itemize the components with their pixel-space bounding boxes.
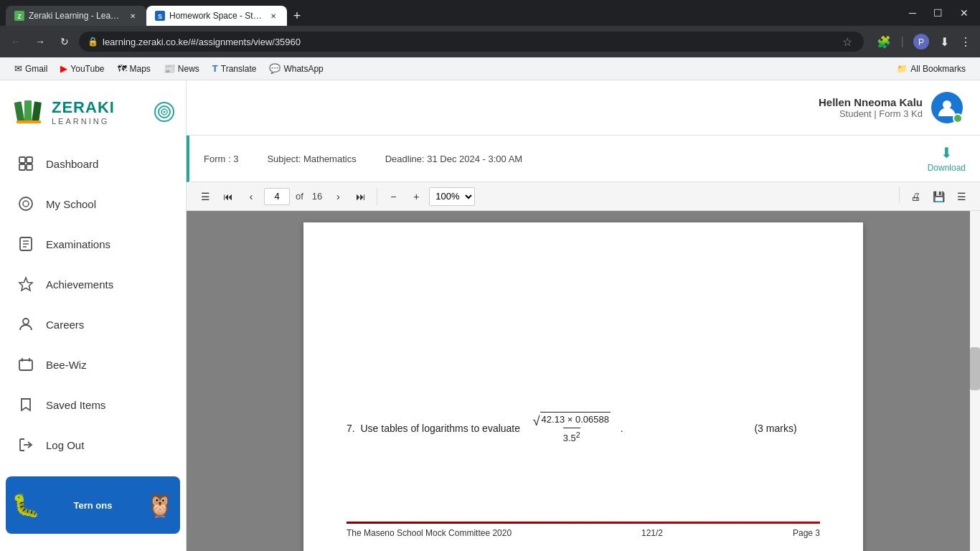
download-label: Download xyxy=(928,163,966,173)
careers-icon xyxy=(17,316,34,333)
examinations-label: Examinations xyxy=(46,238,110,250)
bee-wiz-banner[interactable]: 🐛 Tern ons 🦉 xyxy=(6,476,180,534)
tab1-close-button[interactable]: ✕ xyxy=(128,11,138,21)
pdf-menu-button[interactable]: ☰ xyxy=(195,187,215,207)
careers-label: Careers xyxy=(46,319,84,331)
svg-rect-8 xyxy=(32,101,42,122)
pdf-more-button[interactable]: ☰ xyxy=(951,187,971,207)
svg-rect-13 xyxy=(19,157,25,163)
pdf-save-button[interactable]: 💾 xyxy=(928,187,948,207)
sqrt-symbol: √ xyxy=(533,415,540,428)
pdf-zoom-in-button[interactable]: + xyxy=(406,187,426,207)
maximize-button[interactable]: ☐ xyxy=(928,4,948,22)
download-manager-button[interactable]: ⬇ xyxy=(934,32,954,52)
reload-button[interactable]: ↻ xyxy=(55,32,75,52)
profile-button[interactable]: P xyxy=(911,32,931,52)
browser-frame: Z Zeraki Learning - Learn from Ke... ✕ S… xyxy=(0,0,980,551)
sqrt-wrapper: √ 42.13 × 0.06588 xyxy=(533,412,611,428)
pdf-prev-page-button[interactable]: ‹ xyxy=(241,187,261,207)
more-options-button[interactable]: ⋮ xyxy=(957,32,974,52)
bookmark-news[interactable]: 📰 News xyxy=(158,60,205,77)
sidebar-item-saved-items[interactable]: Saved Items xyxy=(3,385,183,425)
download-button[interactable]: ⬇ Download xyxy=(928,144,966,173)
star-button[interactable]: ☆ xyxy=(839,34,855,50)
bookmark-translate-label: Translate xyxy=(221,64,257,74)
sidebar-item-achievements[interactable]: Achievements xyxy=(3,264,183,304)
sidebar-item-dashboard[interactable]: Dashboard xyxy=(3,143,183,184)
pdf-last-page-button[interactable]: ⏭ xyxy=(351,187,371,207)
logo-target-icon[interactable] xyxy=(154,102,174,122)
bookmark-maps[interactable]: 🗺 Maps xyxy=(112,60,156,77)
pdf-footer: The Maseno School Mock Committee 2020 12… xyxy=(347,522,820,538)
svg-text:S: S xyxy=(158,13,162,20)
svg-point-18 xyxy=(23,201,29,207)
sidebar-item-my-school[interactable]: My School xyxy=(3,184,183,224)
bookmark-translate[interactable]: T Translate xyxy=(207,60,263,77)
close-button[interactable]: ✕ xyxy=(954,4,974,22)
svg-rect-15 xyxy=(19,164,25,170)
bookmark-whatsapp[interactable]: 💬 WhatsApp xyxy=(263,60,329,77)
sqrt-content: 42.13 × 0.06588 xyxy=(540,412,611,428)
extensions-button[interactable]: 🧩 xyxy=(874,34,894,50)
svg-rect-6 xyxy=(14,101,25,122)
new-tab-button[interactable]: + xyxy=(287,6,307,26)
forward-button[interactable]: → xyxy=(30,32,50,52)
question-text: Use tables of logarithms to evaluate xyxy=(360,423,520,434)
sidebar-item-log-out[interactable]: Log Out xyxy=(3,425,183,465)
address-text: learning.zeraki.co.ke/#/assignments/view… xyxy=(103,37,835,47)
whatsapp-icon: 💬 xyxy=(269,63,281,74)
logo-books-icon xyxy=(11,95,46,129)
pdf-toolbar: ☰ ⏮ ‹ of 16 › ⏭ − + 100% 50% 75% 125% 15… xyxy=(187,182,980,211)
pdf-zoom-select[interactable]: 100% 50% 75% 125% 150% 200% xyxy=(429,187,475,206)
tab2-close-button[interactable]: ✕ xyxy=(268,11,278,21)
logo-text: ZERAKI LEARNING xyxy=(52,98,115,126)
all-bookmarks-button[interactable]: 📁 All Bookmarks xyxy=(891,61,971,77)
bookmarks-bar: ✉ Gmail ▶ YouTube 🗺 Maps 📰 News T Transl… xyxy=(0,57,980,80)
bookmark-youtube[interactable]: ▶ YouTube xyxy=(55,60,110,77)
logo-zeraki-text: ZERAKI xyxy=(52,98,115,117)
svg-point-17 xyxy=(19,197,32,210)
pdf-content-area[interactable]: 7. Use tables of logarithms to evaluate … xyxy=(187,211,980,551)
bee-wiz-emoji-2: 🦉 xyxy=(146,491,174,519)
svg-text:P: P xyxy=(918,37,924,47)
minimize-button[interactable]: ─ xyxy=(903,4,922,22)
sidebar-item-careers[interactable]: Careers xyxy=(3,304,183,344)
tab1-favicon: Z xyxy=(14,11,24,21)
tab2-favicon: S xyxy=(155,11,165,21)
pdf-print-button[interactable]: 🖨 xyxy=(905,187,925,207)
user-avatar[interactable] xyxy=(931,92,963,123)
all-bookmarks-icon: 📁 xyxy=(897,64,908,74)
address-bar[interactable]: 🔒 learning.zeraki.co.ke/#/assignments/vi… xyxy=(79,32,864,52)
pdf-page-input[interactable] xyxy=(264,188,290,205)
pdf-zoom-out-button[interactable]: − xyxy=(383,187,403,207)
back-button[interactable]: ← xyxy=(6,32,26,52)
browser-tab-1[interactable]: Z Zeraki Learning - Learn from Ke... ✕ xyxy=(6,6,146,26)
sidebar-item-bee-wiz[interactable]: Bee-Wiz xyxy=(3,344,183,385)
math-expression: √ 42.13 × 0.06588 3.52 xyxy=(532,412,612,446)
bookmark-news-label: News xyxy=(178,64,199,74)
top-header: Hellen Nneoma Kalu Student | Form 3 Kd xyxy=(187,80,980,136)
pdf-scrollbar[interactable] xyxy=(970,211,980,551)
bookmark-gmail[interactable]: ✉ Gmail xyxy=(9,60,53,77)
bee-wiz-emoji: 🐛 xyxy=(11,491,40,519)
examinations-icon xyxy=(17,235,34,253)
pdf-separator-2 xyxy=(899,187,900,204)
browser-tab-2[interactable]: S Homework Space - StudyX ✕ xyxy=(146,6,287,26)
logo-learning-text: LEARNING xyxy=(52,117,115,126)
pdf-next-page-button[interactable]: › xyxy=(328,187,348,207)
assignment-subject: Subject: Mathematics xyxy=(267,154,356,164)
sidebar-item-examinations[interactable]: Examinations xyxy=(3,224,183,264)
download-icon: ⬇ xyxy=(941,144,953,161)
bookmark-gmail-label: Gmail xyxy=(25,64,47,74)
achievements-label: Achievements xyxy=(46,278,113,291)
scrollbar-thumb[interactable] xyxy=(970,347,980,390)
pdf-right-tools: 🖨 💾 ☰ xyxy=(896,187,971,207)
dashboard-icon xyxy=(17,155,34,172)
pdf-first-page-button[interactable]: ⏮ xyxy=(218,187,238,207)
main-content: Hellen Nneoma Kalu Student | Form 3 Kd F… xyxy=(187,80,980,551)
pdf-of-label: of xyxy=(296,191,303,202)
tab-bar: Z Zeraki Learning - Learn from Ke... ✕ S… xyxy=(6,0,900,26)
user-info: Hellen Nneoma Kalu Student | Form 3 Kd xyxy=(819,92,963,123)
assignment-form: Form : 3 xyxy=(204,154,238,164)
maps-icon: 🗺 xyxy=(118,63,127,74)
